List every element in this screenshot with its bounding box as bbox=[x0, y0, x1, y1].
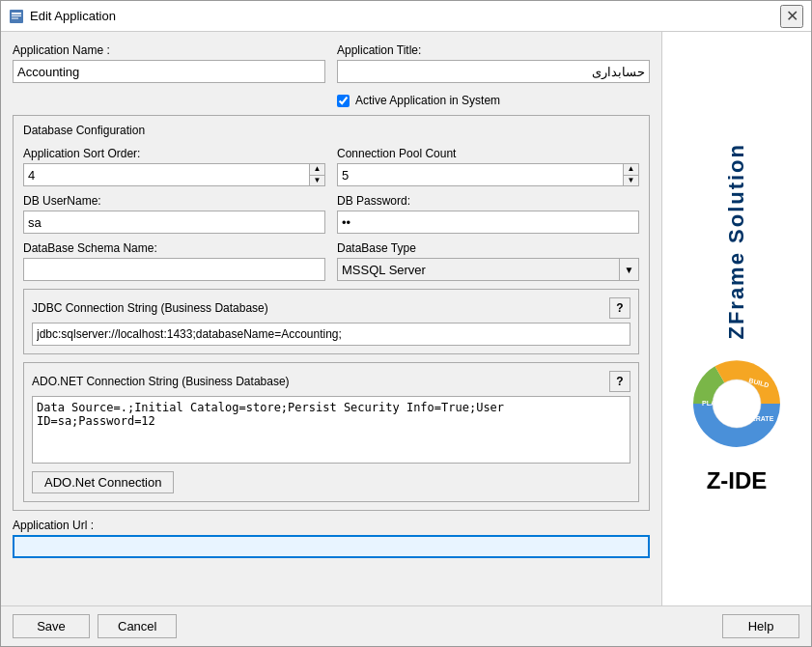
side-panel-title: ZFrame Solution bbox=[724, 143, 749, 340]
conn-pool-label: Connection Pool Count bbox=[337, 147, 639, 160]
app-name-label: Application Name : bbox=[13, 43, 325, 57]
db-schema-label: DataBase Schema Name: bbox=[23, 241, 325, 255]
ado-label: ADO.NET Connection String (Business Data… bbox=[32, 375, 290, 388]
sort-order-buttons: ▲ ▼ bbox=[309, 164, 324, 185]
bottom-buttons: Save Cancel Help bbox=[1, 605, 811, 646]
db-type-dropdown[interactable]: MSSQL Server MySQL Oracle PostgreSQL ▼ bbox=[337, 258, 639, 281]
db-config-title: Database Configuration bbox=[23, 124, 639, 137]
active-checkbox-label: Active Application in System bbox=[355, 94, 500, 107]
svg-rect-1 bbox=[12, 13, 21, 14]
zide-label: Z-IDE bbox=[707, 467, 768, 494]
jdbc-help-button[interactable]: ? bbox=[609, 297, 630, 319]
db-schema-group: DataBase Schema Name: bbox=[23, 241, 325, 281]
jdbc-label: JDBC Connection String (Business Databas… bbox=[32, 301, 268, 315]
app-url-label: Application Url : bbox=[13, 519, 650, 532]
conn-pool-down[interactable]: ▼ bbox=[624, 176, 638, 186]
cancel-button[interactable]: Cancel bbox=[98, 614, 177, 638]
db-password-input[interactable] bbox=[337, 211, 639, 234]
svg-text:PLAN: PLAN bbox=[702, 400, 720, 407]
db-password-label: DB Password: bbox=[337, 194, 639, 208]
conn-pool-buttons: ▲ ▼ bbox=[623, 164, 638, 185]
title-bar: Edit Application ✕ bbox=[1, 1, 811, 32]
db-username-input[interactable] bbox=[23, 211, 325, 234]
app-title-group: Application Title: Active Application in… bbox=[337, 43, 650, 107]
main-panel: Application Name : Application Title: Ac… bbox=[1, 32, 661, 605]
db-config-section: Database Configuration Application Sort … bbox=[13, 115, 650, 511]
app-url-section: Application Url : bbox=[13, 519, 650, 558]
sort-order-up[interactable]: ▲ bbox=[310, 164, 324, 176]
app-title-label: Application Title: bbox=[337, 43, 650, 57]
app-title-input[interactable] bbox=[337, 60, 650, 83]
title-bar-text: Edit Application bbox=[30, 9, 116, 23]
sort-order-label: Application Sort Order: bbox=[23, 147, 325, 160]
ado-connect-button[interactable]: ADO.Net Connection bbox=[32, 471, 174, 493]
sort-order-input[interactable] bbox=[24, 164, 309, 185]
db-username-group: DB UserName: bbox=[23, 194, 325, 234]
conn-pool-input[interactable] bbox=[338, 164, 623, 185]
ado-textarea[interactable]: Data Source=.;Initial Catalog=store;Pers… bbox=[32, 396, 630, 464]
svg-rect-2 bbox=[12, 15, 21, 16]
svg-rect-3 bbox=[12, 17, 18, 18]
app-name-group: Application Name : bbox=[13, 43, 325, 83]
jdbc-section: JDBC Connection String (Business Databas… bbox=[23, 289, 639, 354]
db-type-dropdown-arrow: ▼ bbox=[619, 259, 638, 280]
app-name-input[interactable] bbox=[13, 60, 325, 83]
app-icon bbox=[9, 9, 24, 24]
active-checkbox-row: Active Application in System bbox=[337, 94, 650, 107]
side-panel: ZFrame Solution BUILD OPERATE PLAN Z-IDE bbox=[661, 32, 811, 605]
ado-help-button[interactable]: ? bbox=[609, 371, 630, 392]
conn-pool-up[interactable]: ▲ bbox=[624, 164, 638, 176]
sort-order-down[interactable]: ▼ bbox=[310, 176, 324, 186]
zframe-logo: BUILD OPERATE PLAN bbox=[688, 355, 785, 452]
db-type-select[interactable]: MSSQL Server MySQL Oracle PostgreSQL bbox=[338, 259, 619, 280]
app-url-input[interactable] bbox=[13, 535, 650, 558]
active-checkbox[interactable] bbox=[337, 95, 350, 107]
db-username-label: DB UserName: bbox=[23, 194, 325, 208]
jdbc-input[interactable] bbox=[32, 323, 630, 346]
help-button[interactable]: Help bbox=[722, 614, 799, 638]
conn-pool-group: Connection Pool Count ▲ ▼ bbox=[337, 147, 639, 186]
save-button[interactable]: Save bbox=[13, 614, 90, 638]
sort-order-group: Application Sort Order: ▲ ▼ bbox=[23, 147, 325, 186]
db-password-group: DB Password: bbox=[337, 194, 639, 234]
db-type-label: DataBase Type bbox=[337, 241, 639, 255]
conn-pool-spinbox: ▲ ▼ bbox=[337, 163, 639, 186]
sort-order-spinbox: ▲ ▼ bbox=[23, 163, 325, 186]
db-type-group: DataBase Type MSSQL Server MySQL Oracle … bbox=[337, 241, 639, 281]
svg-text:OPERATE: OPERATE bbox=[742, 415, 774, 422]
ado-section: ADO.NET Connection String (Business Data… bbox=[23, 362, 639, 502]
close-button[interactable]: ✕ bbox=[780, 5, 803, 28]
db-schema-input[interactable] bbox=[23, 258, 325, 281]
